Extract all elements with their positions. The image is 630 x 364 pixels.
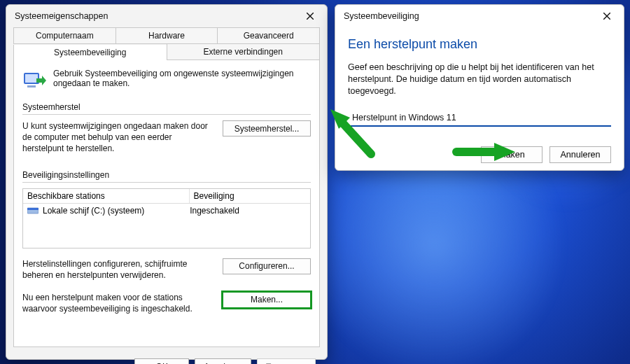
dialog-description: Geef een beschrijving op die u helpt bij… [348, 62, 611, 97]
titlebar: Systeembeveiliging [335, 5, 624, 26]
apply-button: Toepassen [257, 358, 316, 364]
svg-rect-3 [25, 74, 38, 83]
cancel-button[interactable]: Annuleren [550, 146, 611, 163]
tab-remote[interactable]: Externe verbindingen [167, 44, 321, 59]
system-properties-window: Systeemeigenschappen Computernaam Hardwa… [6, 4, 328, 360]
create-description: Nu een herstelpunt maken voor de station… [22, 292, 214, 314]
dialog-footer: OK Annuleren Toepassen [6, 353, 327, 364]
restore-description: U kunt systeemwijzigingen ongedaan maken… [22, 120, 214, 155]
intro-row: Gebruik Systeembeveiliging om ongewenste… [22, 69, 311, 92]
system-protection-icon [22, 69, 46, 92]
drive-icon [27, 206, 38, 215]
tab-computer-name[interactable]: Computernaam [13, 27, 116, 43]
drive-protection: Ingeschakeld [190, 206, 306, 216]
cancel-button[interactable]: Annuleren [195, 358, 251, 364]
tab-body: Gebruik Systeembeveiliging om ongewenste… [13, 60, 320, 347]
tab-system-protection[interactable]: Systeembeveiliging [13, 45, 167, 60]
svg-rect-6 [27, 208, 38, 210]
window-title: Systeemeigenschappen [15, 11, 108, 21]
configure-button[interactable]: Configureren... [223, 258, 311, 274]
restore-point-name-input[interactable] [348, 110, 611, 127]
drives-table: Beschikbare stations Beveiliging Lokale … [22, 188, 311, 248]
create-restore-point-button[interactable]: Maken... [223, 292, 311, 308]
configure-description: Herstelinstellingen configureren, schijf… [22, 258, 214, 281]
tab-advanced[interactable]: Geavanceerd [217, 27, 320, 43]
create-button[interactable]: Maken [481, 146, 542, 163]
table-header: Beschikbare stations Beveiliging [23, 189, 310, 204]
dialog-heading: Een herstelpunt maken [348, 37, 611, 52]
system-restore-button[interactable]: Systeemherstel... [223, 120, 311, 136]
tab-strip: Computernaam Hardware Geavanceerd Systee… [13, 27, 320, 60]
create-restore-point-dialog: Systeembeveiliging Een herstelpunt maken… [335, 4, 624, 171]
svg-rect-4 [27, 85, 36, 88]
drive-name: Lokale schijf (C:) (systeem) [43, 206, 144, 216]
section-restore-label: Systeemherstel [22, 102, 311, 112]
divider [22, 182, 311, 183]
section-settings-label: Beveiligingsinstellingen [22, 170, 311, 180]
ok-button[interactable]: OK [134, 358, 189, 364]
close-button[interactable] [300, 9, 320, 23]
tab-hardware[interactable]: Hardware [115, 27, 218, 43]
col-available-drives[interactable]: Beschikbare stations [23, 189, 190, 203]
close-icon [307, 13, 314, 20]
divider [22, 114, 311, 115]
titlebar: Systeemeigenschappen [6, 5, 327, 26]
col-protection[interactable]: Beveiliging [190, 189, 310, 203]
dialog-title: Systeembeveiliging [344, 11, 419, 21]
close-icon [603, 13, 610, 20]
intro-text: Gebruik Systeembeveiliging om ongewenste… [53, 69, 311, 92]
table-row[interactable]: Lokale schijf (C:) (systeem) Ingeschakel… [23, 204, 310, 218]
close-button[interactable] [597, 9, 617, 23]
dialog-footer: Maken Annuleren [348, 146, 611, 163]
